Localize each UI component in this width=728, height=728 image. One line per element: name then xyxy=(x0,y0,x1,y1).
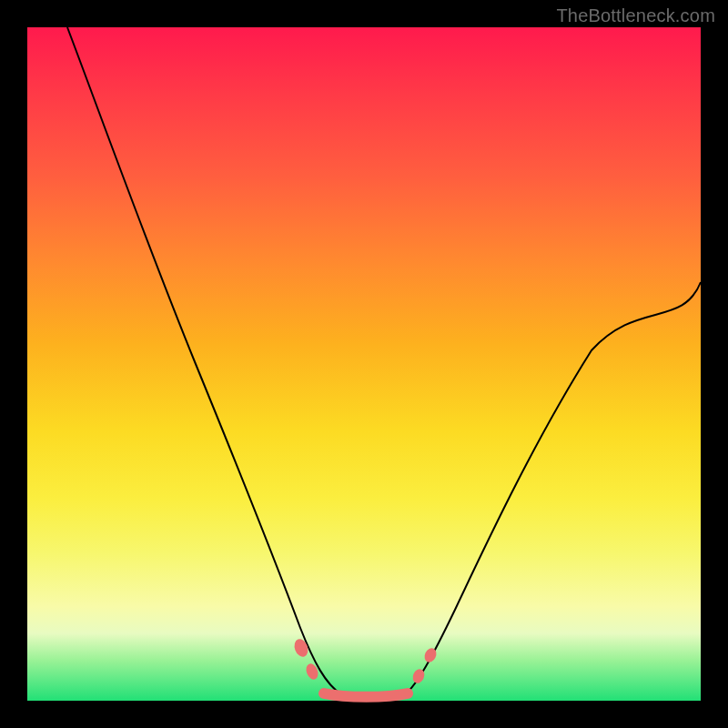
chart-frame: TheBottleneck.com xyxy=(0,0,728,728)
curve-layer xyxy=(27,27,701,701)
highlight-dot-left-upper xyxy=(292,637,310,659)
bottleneck-curve xyxy=(67,27,701,698)
watermark-text: TheBottleneck.com xyxy=(556,5,715,26)
valley-highlight xyxy=(324,693,408,697)
plot-area xyxy=(27,27,701,701)
